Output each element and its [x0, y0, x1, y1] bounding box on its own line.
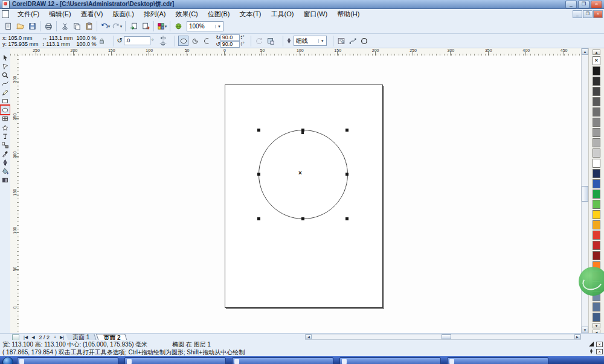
arc-direction-button[interactable]	[254, 36, 265, 46]
color-swatch-11[interactable]	[593, 169, 600, 178]
color-swatch-9[interactable]	[593, 148, 600, 158]
selection-handle[interactable]	[257, 173, 260, 176]
menu-item-4[interactable]: 版面(L)	[108, 9, 138, 19]
color-swatch-15[interactable]	[593, 210, 600, 219]
text-tool[interactable]	[1, 132, 10, 141]
arc-shape-button[interactable]	[201, 36, 211, 46]
color-swatch-6[interactable]	[593, 118, 600, 127]
wrap-paragraph-text-button[interactable]	[336, 36, 347, 46]
taskbar-window-button-1[interactable]	[17, 357, 118, 364]
selection-handle[interactable]	[345, 217, 349, 220]
ellipse-shape-button[interactable]	[178, 36, 188, 46]
menu-item-10[interactable]: 窗口(W)	[298, 9, 332, 19]
rotation-angle-field[interactable]: .0	[124, 36, 150, 45]
view-navigator-icon[interactable]	[12, 334, 19, 340]
smart-drawing-tool[interactable]	[1, 88, 10, 97]
selection-handle[interactable]	[257, 217, 260, 220]
menu-item-1[interactable]: 文件(F)	[13, 9, 44, 19]
ellipse-tool[interactable]	[1, 106, 10, 114]
zoom-tool[interactable]	[1, 71, 10, 79]
shape-tool[interactable]	[1, 62, 10, 71]
maximize-button[interactable]: ❐	[578, 1, 590, 8]
palette-scroll-down-button[interactable]: ▼	[593, 323, 600, 328]
zoom-level-combo[interactable]: 100% ▼	[187, 21, 223, 31]
start-angle-field[interactable]: 90.0	[220, 34, 240, 41]
first-page-button[interactable]: |◀	[22, 335, 30, 340]
color-swatch-25[interactable]	[593, 313, 600, 322]
cut-button[interactable]	[59, 21, 71, 33]
menu-item-3[interactable]: 查看(V)	[76, 9, 108, 19]
export-button[interactable]	[140, 21, 152, 33]
graph-paper-tool[interactable]	[1, 115, 10, 123]
outline-circle-button[interactable]	[359, 36, 370, 46]
color-swatch-7[interactable]	[593, 128, 600, 137]
menu-item-2[interactable]: 编辑(E)	[44, 9, 76, 19]
scroll-left-button[interactable]: ◀	[306, 334, 312, 339]
no-color-swatch[interactable]: ×	[593, 56, 600, 65]
mirror-horizontal-button[interactable]	[158, 36, 168, 41]
online-button[interactable]	[172, 21, 184, 33]
redo-button[interactable]: ▼	[111, 21, 123, 33]
scroll-down-button[interactable]: ▼	[582, 327, 588, 333]
horizontal-scroll-thumb[interactable]	[442, 334, 451, 339]
page-tab-1[interactable]: 页面 1	[66, 334, 97, 340]
color-swatch-17[interactable]	[593, 231, 600, 240]
palette-scroll-up-button[interactable]: ▲	[593, 49, 600, 55]
fill-tool[interactable]	[1, 167, 10, 176]
taskbar-window-button-4[interactable]	[339, 357, 441, 364]
selection-center-mark[interactable]: ×	[298, 170, 302, 176]
color-swatch-13[interactable]	[593, 190, 600, 199]
doc-minimize-button[interactable]: _	[573, 10, 582, 18]
menu-item-9[interactable]: 工具(O)	[266, 9, 299, 19]
menu-item-5[interactable]: 排列(A)	[139, 9, 171, 19]
last-page-button[interactable]: ▶|	[58, 335, 66, 340]
doc-restore-button[interactable]: ❐	[583, 10, 593, 18]
rectangle-tool[interactable]	[1, 97, 10, 106]
basic-shapes-tool[interactable]	[1, 123, 10, 132]
scroll-up-button[interactable]: ▲	[582, 48, 588, 55]
outline-tool[interactable]	[1, 158, 10, 167]
taskbar-window-button-2[interactable]	[124, 357, 226, 364]
horizontal-scrollbar[interactable]: ◀ ▶	[305, 334, 581, 340]
minimize-button[interactable]: _	[565, 1, 577, 8]
color-swatch-2[interactable]	[593, 77, 600, 86]
color-swatch-10[interactable]	[593, 159, 600, 168]
vertical-ruler[interactable]: 300250200150100500	[10, 56, 19, 333]
pick-tool[interactable]	[1, 53, 10, 62]
vertical-scroll-thumb[interactable]	[582, 186, 588, 202]
mirror-vertical-button[interactable]	[158, 41, 168, 46]
selected-ellipse[interactable]	[259, 130, 348, 219]
menu-item-7[interactable]: 位图(B)	[203, 9, 235, 19]
color-swatch-3[interactable]	[593, 87, 600, 96]
paste-button[interactable]	[83, 21, 95, 33]
taskbar-window-button-3[interactable]	[232, 357, 333, 364]
import-button[interactable]	[127, 21, 140, 33]
pie-shape-button[interactable]	[190, 36, 200, 46]
undo-button[interactable]: ▼	[99, 21, 111, 33]
ellipse-node[interactable]	[301, 132, 304, 134]
interactive-fill-tool[interactable]	[1, 176, 10, 184]
color-swatch-18[interactable]	[593, 241, 600, 250]
save-button[interactable]	[26, 21, 38, 33]
interactive-blend-tool[interactable]	[1, 141, 10, 149]
outline-width-combo[interactable]: 细线 ▼	[294, 36, 327, 46]
color-swatch-16[interactable]	[593, 220, 600, 229]
selection-handle[interactable]	[301, 217, 304, 220]
scroll-right-button[interactable]: ▶	[574, 334, 580, 339]
selection-handle[interactable]	[257, 129, 260, 132]
snap-to-object-button[interactable]	[266, 36, 276, 46]
selection-handle[interactable]	[345, 129, 349, 132]
freehand-tool[interactable]	[1, 80, 10, 88]
add-page-button[interactable]: +	[52, 335, 58, 339]
color-swatch-1[interactable]	[593, 66, 600, 75]
copy-button[interactable]	[71, 21, 83, 33]
color-swatch-12[interactable]	[593, 179, 600, 188]
lock-ratio-button[interactable]	[97, 36, 107, 46]
color-swatch-4[interactable]	[593, 97, 600, 106]
close-button[interactable]: ×	[591, 1, 602, 8]
menu-item-8[interactable]: 文本(T)	[234, 9, 266, 19]
drawing-canvas[interactable]: ×	[19, 56, 582, 333]
print-button[interactable]	[42, 21, 54, 33]
selection-handle[interactable]	[301, 129, 304, 132]
previous-page-button[interactable]: ◀	[30, 335, 36, 340]
